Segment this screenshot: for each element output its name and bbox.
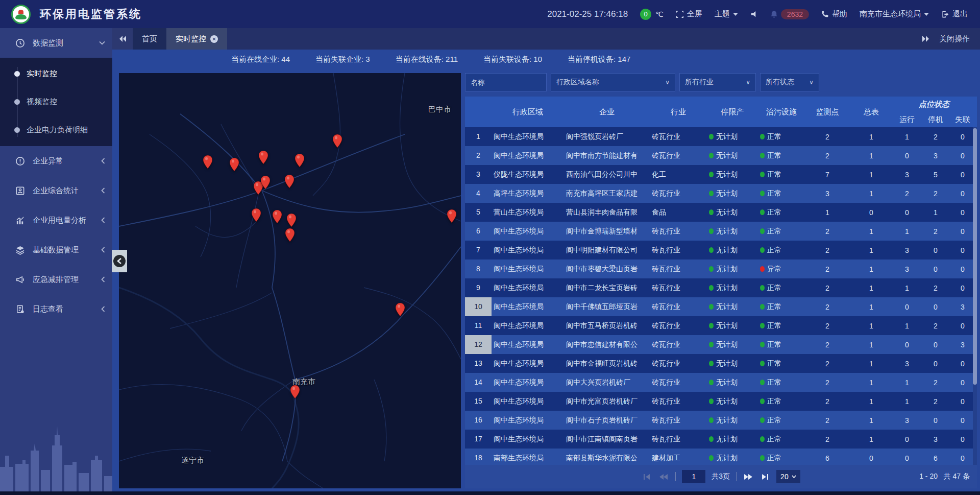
map-pin[interactable] — [203, 155, 212, 169]
tabs-scroll-right-button[interactable] — [922, 35, 930, 42]
map-collapse-button[interactable] — [112, 250, 127, 272]
cell-facility-status: 正常 — [758, 302, 805, 312]
cell-region: 营山生态环境局 — [492, 208, 564, 217]
facility-status-label: 正常 — [767, 397, 781, 406]
map-pin[interactable] — [285, 175, 294, 188]
status-dot-icon — [760, 342, 765, 347]
status-filter-select[interactable]: 所有状态 ∨ — [760, 73, 819, 91]
sidebar-item-realtime-monitor[interactable]: 实时监控 — [0, 60, 112, 88]
table-row[interactable]: 17阆中生态环境局阆中市江南镇阆南页岩砖瓦行业无计划正常21030 — [465, 430, 977, 449]
cell-halt-count: 0 — [921, 416, 950, 425]
table-row[interactable]: 3仪陇生态环境局西南油气田分公司川中化工无计划正常71350 — [465, 165, 977, 184]
cell-stop-status: 无计划 — [707, 359, 758, 368]
sidebar-item-power-usage-analysis[interactable]: 企业用电量分析 — [0, 205, 112, 235]
cell-region: 阆中生态环境局 — [492, 321, 564, 331]
cell-halt-count: 3 — [921, 152, 950, 160]
scrollbar-thumb[interactable] — [973, 128, 977, 385]
cell-rownum: 10 — [465, 297, 492, 316]
theme-dropdown[interactable]: 主题 — [715, 9, 738, 19]
cell-monitor-count: 2 — [805, 284, 850, 292]
cell-facility-status: 正常 — [758, 227, 805, 236]
phone-icon — [821, 10, 829, 18]
fullscreen-button[interactable]: 全屏 — [676, 9, 702, 19]
user-dropdown[interactable]: 南充市生态环境局 — [860, 9, 929, 19]
table-row[interactable]: 10阆中生态环境局阆中千佛镇五郎垭页岩砖瓦行业无计划正常21003 — [465, 297, 977, 316]
prev-page-button[interactable] — [658, 473, 669, 481]
sidebar-item-log-view[interactable]: 日志查看 — [0, 294, 112, 324]
col-lost: 失联 — [950, 115, 975, 125]
status-dot-icon — [709, 436, 714, 442]
sidebar-item-base-data-management[interactable]: 基础数据管理 — [0, 235, 112, 265]
name-filter-input[interactable] — [465, 73, 547, 91]
notifications[interactable]: 2632 — [770, 9, 809, 19]
sidebar-item-emergency-reduction[interactable]: 应急减排管理 — [0, 265, 112, 294]
table-scrollbar[interactable] — [973, 127, 977, 465]
col-meter: 总表 — [850, 107, 893, 117]
map-pin[interactable] — [273, 210, 282, 223]
sidebar-item-data-monitoring[interactable]: 数据监测 — [0, 28, 112, 58]
table-row[interactable]: 5营山生态环境局营山县润丰肉食品有限食品无计划正常10010 — [465, 203, 977, 222]
table-row[interactable]: 15阆中生态环境局阆中市光富页岩机砖厂砖瓦行业无计划正常21120 — [465, 392, 977, 411]
map-pin[interactable] — [290, 385, 300, 398]
map-pin[interactable] — [261, 176, 270, 189]
tab-realtime-monitor[interactable]: 实时监控✕ — [166, 28, 227, 50]
table-row[interactable]: 16阆中生态环境局阆中市石子页岩机砖厂砖瓦行业无计划正常21300 — [465, 411, 977, 430]
chevron-down-icon: ∨ — [746, 79, 750, 86]
map-pin[interactable] — [230, 158, 239, 171]
map-pin[interactable] — [333, 134, 342, 148]
table-row[interactable]: 11阆中生态环境局阆中市五马桥页岩机砖砖瓦行业无计划正常21120 — [465, 316, 977, 335]
sidebar-item-enterprise-statistics[interactable]: 企业综合统计 — [0, 176, 112, 205]
first-page-button[interactable] — [642, 473, 652, 481]
table-row[interactable]: 8阆中生态环境局阆中市枣碧大梁山页岩砖瓦行业无计划异常21300 — [465, 260, 977, 278]
table-row[interactable]: 4高坪生态环境局南充市高坪区王家店建砖瓦行业无计划正常31220 — [465, 184, 977, 203]
table-row[interactable]: 14阆中生态环境局阆中大兴页岩机砖厂砖瓦行业无计划正常21120 — [465, 373, 977, 392]
table-row[interactable]: 13阆中生态环境局阆中市金福旺页岩机砖砖瓦行业无计划正常21300 — [465, 354, 977, 373]
tab-home[interactable]: 首页 — [133, 28, 166, 50]
tab-close-icon[interactable]: ✕ — [210, 35, 218, 43]
page-number-input[interactable] — [682, 470, 705, 483]
cell-run-count: 1 — [893, 284, 921, 292]
next-page-button[interactable] — [743, 473, 754, 481]
table-row[interactable]: 7阆中生态环境局阆中明阳建材有限公司砖瓦行业无计划正常21300 — [465, 241, 977, 260]
stop-status-label: 无计划 — [716, 227, 738, 236]
table-row[interactable]: 1阆中生态环境局阆中强锐页岩砖厂砖瓦行业无计划正常21120 — [465, 127, 977, 146]
status-dot-icon — [760, 134, 765, 139]
name-input[interactable] — [471, 78, 541, 86]
chevron-left-icon — [101, 276, 105, 282]
cell-monitor-count: 2 — [805, 303, 850, 311]
map-pin[interactable] — [285, 228, 295, 242]
logout-button[interactable]: 退出 — [941, 9, 968, 19]
sidebar-item-power-load-detail[interactable]: 企业电力负荷明细 — [0, 116, 112, 144]
sidebar-item-video-monitor[interactable]: 视频监控 — [0, 88, 112, 116]
table-row[interactable]: 12阆中生态环境局阆中市忠信建材有限公砖瓦行业无计划正常21003 — [465, 335, 977, 354]
alert-icon — [14, 156, 26, 166]
last-page-button[interactable] — [760, 473, 770, 481]
cell-stop-status: 无计划 — [707, 416, 758, 425]
table-row[interactable]: 6阆中生态环境局阆中市金博瑞新型墙材砖瓦行业无计划正常21120 — [465, 222, 977, 241]
map[interactable]: 巴中市南充市遂宁市 — [119, 73, 461, 488]
close-operations-button[interactable]: 关闭操作 — [939, 34, 970, 44]
table-row[interactable]: 9阆中生态环境局阆中市二龙长宝页岩砖砖瓦行业无计划正常21120 — [465, 278, 977, 297]
stop-status-label: 无计划 — [716, 151, 738, 160]
map-pin[interactable] — [447, 209, 456, 223]
cell-monitor-count: 2 — [805, 435, 850, 443]
cell-lost-count: 0 — [950, 322, 975, 330]
map-pin[interactable] — [295, 154, 304, 167]
table-row[interactable]: 2阆中生态环境局阆中市南方节能建材有砖瓦行业无计划正常21030 — [465, 146, 977, 165]
status-dot-icon — [709, 342, 714, 347]
chevron-left-icon — [113, 255, 126, 267]
map-pin[interactable] — [287, 214, 296, 227]
sidebar-item-enterprise-abnormal[interactable]: 企业异常 — [0, 146, 112, 176]
tabs-scroll-left-button[interactable] — [112, 28, 133, 50]
map-pin[interactable] — [252, 208, 261, 222]
page-size-select[interactable]: 20 — [776, 470, 800, 483]
region-filter-select[interactable]: 行政区域名称 ∨ — [551, 73, 675, 91]
help-button[interactable]: 帮助 — [821, 9, 847, 19]
table-row[interactable]: 18南部生态环境局南部县斯华水泥有限公建材加工无计划正常60060 — [465, 449, 977, 465]
speaker-button[interactable] — [750, 10, 758, 18]
page-size-value: 20 — [780, 473, 789, 481]
map-pin[interactable] — [259, 151, 268, 164]
cell-lost-count: 0 — [950, 416, 975, 425]
map-pin[interactable] — [396, 303, 405, 316]
industry-filter-select[interactable]: 所有行业 ∨ — [679, 73, 756, 91]
